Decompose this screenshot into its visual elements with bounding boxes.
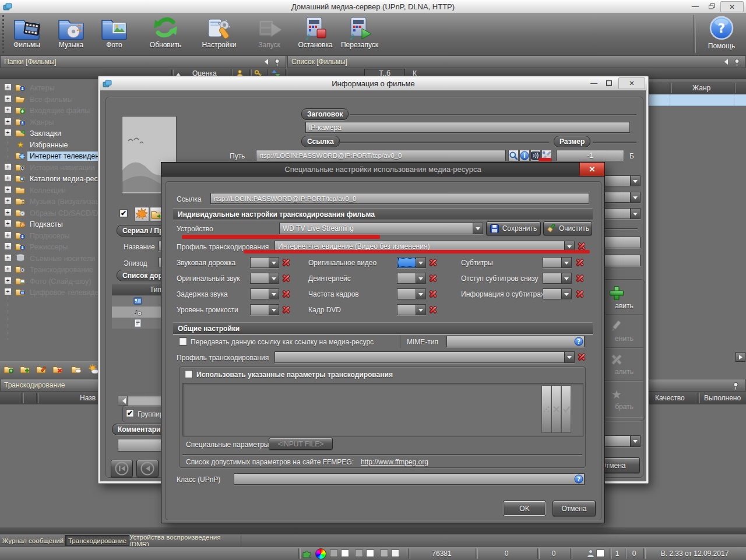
expand-plus-icon[interactable]: + bbox=[4, 163, 12, 171]
field-dropdown[interactable] bbox=[250, 273, 279, 284]
remove-icon[interactable] bbox=[281, 289, 291, 299]
ffmpeg-link[interactable]: http://www.ffmpeg.org bbox=[361, 458, 428, 466]
chevron-down-icon[interactable] bbox=[416, 289, 425, 299]
toolbar-button-photo[interactable]: Фото bbox=[92, 13, 136, 54]
chevron-down-icon[interactable] bbox=[561, 273, 571, 283]
grouping-checkbox[interactable]: ✔ bbox=[126, 409, 134, 417]
delete-folder-icon[interactable] bbox=[52, 364, 63, 374]
minimize-button[interactable]: — bbox=[688, 1, 703, 11]
movie-checkbox[interactable]: ✔ bbox=[119, 209, 128, 217]
pin-icon[interactable] bbox=[732, 382, 740, 390]
device-dropdown[interactable]: WD TV Live Streaming bbox=[279, 223, 483, 234]
chevron-down-icon[interactable] bbox=[269, 258, 279, 267]
weather-icon[interactable] bbox=[87, 364, 99, 374]
field-dropdown[interactable] bbox=[543, 273, 572, 284]
use-params-checkbox[interactable] bbox=[185, 370, 193, 378]
analyze-button[interactable]: i bbox=[519, 150, 530, 161]
ok-button[interactable]: OK bbox=[503, 501, 546, 516]
quality-column-header[interactable]: Качество bbox=[655, 394, 685, 402]
collapse-left-icon[interactable] bbox=[262, 59, 268, 65]
tab-message-log[interactable]: Журнал сообщений bbox=[1, 535, 65, 546]
add-folder-icon[interactable] bbox=[20, 364, 30, 374]
chevron-down-icon[interactable] bbox=[269, 289, 279, 299]
general-profile-dropdown[interactable] bbox=[275, 351, 575, 363]
pin-icon[interactable] bbox=[273, 58, 281, 67]
genre-column-header[interactable]: Жанр bbox=[692, 84, 710, 92]
toolbar-button-stop[interactable]: ♪Остановка bbox=[293, 13, 337, 54]
expand-plus-icon[interactable]: + bbox=[4, 265, 12, 273]
search-button[interactable] bbox=[508, 150, 519, 161]
chevron-down-icon[interactable] bbox=[564, 352, 574, 362]
remove-icon[interactable] bbox=[428, 258, 438, 267]
chevron-down-icon[interactable] bbox=[416, 258, 425, 267]
remove-icon[interactable] bbox=[428, 305, 438, 315]
add-resource-icon[interactable] bbox=[3, 364, 14, 374]
path-input[interactable]: rtsp://LOGIN:PASSWORD@IP:PORT/tcp/av0_0 bbox=[256, 150, 506, 161]
link-input[interactable]: rtsp://LOGIN:PASSWORD@IP:PORT/tcp/av0_0 bbox=[210, 193, 589, 204]
toolbar-button-refresh[interactable]: Обновить bbox=[143, 13, 188, 54]
remove-icon[interactable] bbox=[281, 273, 291, 283]
field-dropdown[interactable] bbox=[543, 288, 572, 300]
chevron-down-icon[interactable] bbox=[630, 192, 640, 202]
remove-icon[interactable] bbox=[281, 305, 291, 315]
expand-plus-icon[interactable]: + bbox=[4, 220, 12, 227]
folder-cloud-icon[interactable] bbox=[71, 364, 82, 374]
maximize-button[interactable] bbox=[704, 1, 719, 11]
field-dropdown[interactable] bbox=[397, 304, 426, 315]
name-column-header[interactable]: Назв bbox=[80, 394, 96, 402]
expand-plus-icon[interactable]: + bbox=[4, 83, 12, 91]
field-dropdown[interactable] bbox=[250, 257, 279, 268]
pass-link-checkbox[interactable] bbox=[179, 337, 187, 346]
toolbar-button-films[interactable]: Фильмы bbox=[5, 13, 49, 54]
chevron-down-icon[interactable] bbox=[269, 273, 279, 283]
clear-button[interactable]: Очистить bbox=[543, 221, 592, 235]
settings-cancel-button[interactable]: Отмена bbox=[553, 501, 596, 516]
remove-icon[interactable] bbox=[428, 289, 438, 299]
close-button[interactable]: ✕ bbox=[720, 1, 744, 12]
upnp-class-input[interactable] bbox=[234, 473, 585, 485]
remove-icon[interactable] bbox=[577, 352, 586, 362]
chevron-down-icon[interactable] bbox=[561, 289, 571, 299]
remove-icon[interactable] bbox=[575, 258, 585, 267]
field-dropdown[interactable] bbox=[250, 304, 279, 315]
expand-plus-icon[interactable]: + bbox=[4, 231, 12, 239]
remove-icon[interactable] bbox=[281, 258, 291, 267]
expand-plus-icon[interactable]: + bbox=[4, 106, 12, 114]
chevron-down-icon[interactable] bbox=[561, 258, 571, 267]
chevron-down-icon[interactable] bbox=[630, 176, 640, 186]
field-dropdown[interactable] bbox=[397, 257, 426, 268]
chevron-down-icon[interactable] bbox=[416, 273, 425, 283]
expand-plus-icon[interactable]: + bbox=[4, 186, 12, 193]
movie-title-input[interactable]: IP-камера bbox=[305, 122, 630, 133]
starburst-button[interactable] bbox=[135, 207, 149, 221]
minimize-button[interactable]: — bbox=[587, 78, 601, 88]
expand-plus-icon[interactable]: + bbox=[4, 254, 12, 262]
expand-plus-icon[interactable]: + bbox=[4, 197, 12, 205]
expand-plus-icon[interactable]: + bbox=[4, 209, 12, 216]
pin-icon[interactable] bbox=[733, 58, 741, 67]
toolbar-button-settings[interactable]: Настройки bbox=[197, 13, 241, 54]
scroll-right-button[interactable] bbox=[736, 352, 745, 362]
chevron-down-icon[interactable] bbox=[630, 209, 640, 219]
edit-folder-icon[interactable] bbox=[36, 364, 47, 374]
collapse-left-icon[interactable] bbox=[722, 59, 728, 65]
chevron-down-icon[interactable] bbox=[630, 436, 640, 446]
toolbar-button-help[interactable]: ? Помощь bbox=[699, 13, 744, 54]
field-dropdown[interactable] bbox=[397, 273, 426, 284]
expand-plus-icon[interactable]: + bbox=[4, 174, 12, 182]
remove-icon[interactable] bbox=[575, 273, 585, 283]
save-button[interactable]: Сохранить bbox=[486, 221, 541, 235]
expand-plus-icon[interactable]: + bbox=[4, 95, 12, 103]
chevron-down-icon[interactable] bbox=[473, 223, 483, 234]
selected-media-row[interactable] bbox=[649, 94, 746, 106]
toolbar-button-restart[interactable]: ♪Перезапуск bbox=[337, 13, 382, 54]
help-circle-icon[interactable]: ? bbox=[574, 337, 583, 346]
size-input[interactable]: -1 bbox=[556, 150, 624, 161]
params-textarea[interactable] bbox=[182, 383, 583, 436]
chevron-down-icon[interactable] bbox=[269, 305, 279, 315]
expand-plus-icon[interactable]: + bbox=[4, 242, 12, 250]
field-dropdown[interactable] bbox=[543, 257, 572, 268]
chevron-down-icon[interactable] bbox=[416, 305, 425, 315]
remove-icon[interactable] bbox=[428, 273, 438, 283]
expand-plus-icon[interactable]: + bbox=[4, 129, 12, 136]
